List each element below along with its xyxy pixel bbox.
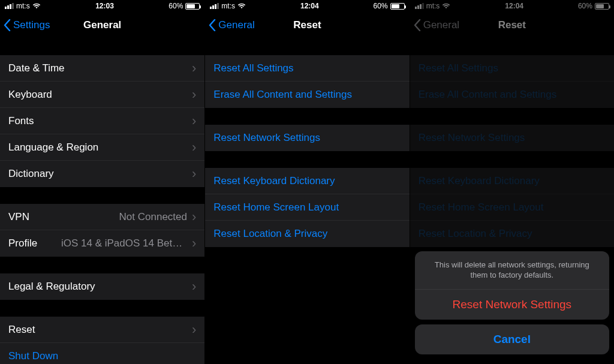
battery-icon — [390, 3, 405, 10]
chevron-right-icon: › — [192, 141, 196, 154]
row-fonts[interactable]: Fonts› — [0, 108, 204, 134]
signal-icon — [5, 3, 14, 9]
status-time: 12:03 — [95, 2, 114, 10]
row-reset[interactable]: Reset› — [0, 317, 204, 343]
row-date-time[interactable]: Date & Time› — [0, 55, 204, 82]
row-erase-all-content[interactable]: Erase All Content and Settings — [205, 82, 409, 108]
wifi-icon — [32, 3, 41, 9]
nav-bar: General Reset — [410, 12, 614, 38]
chevron-right-icon: › — [192, 237, 196, 250]
battery-icon — [595, 3, 609, 10]
chevron-right-icon: › — [192, 323, 196, 336]
row-reset-network[interactable]: Reset Network Settings — [205, 125, 409, 151]
group-vpn-profile: VPNNot Connected› ProfileiOS 14 & iPadOS… — [0, 204, 204, 257]
status-time: 12:04 — [505, 2, 523, 10]
group-reset: Reset› Shut Down — [0, 317, 204, 364]
battery-icon — [185, 3, 200, 10]
row-profile[interactable]: ProfileiOS 14 & iPadOS 14 Beta Softwar..… — [0, 230, 204, 257]
row-reset-location-privacy: Reset Location & Privacy — [410, 221, 614, 247]
wifi-icon — [442, 3, 450, 9]
action-sheet-cancel-group: Cancel — [415, 324, 609, 354]
row-reset-keyboard-dictionary[interactable]: Reset Keyboard Dictionary — [205, 168, 409, 194]
row-erase-all-content: Erase All Content and Settings — [410, 82, 614, 108]
row-keyboard[interactable]: Keyboard› — [0, 82, 204, 108]
row-reset-all-settings: Reset All Settings — [410, 55, 614, 82]
chevron-right-icon: › — [192, 88, 196, 101]
wifi-icon — [237, 3, 246, 9]
back-label: General — [218, 19, 254, 31]
row-language-region[interactable]: Language & Region› — [0, 134, 204, 161]
chevron-right-icon: › — [192, 115, 196, 128]
row-reset-location-privacy[interactable]: Reset Location & Privacy — [205, 221, 409, 247]
row-vpn[interactable]: VPNNot Connected› — [0, 204, 204, 230]
carrier-label: mt:s — [426, 2, 440, 10]
row-reset-home-layout: Reset Home Screen Layout — [410, 194, 614, 221]
reset-group-a: Reset All Settings Erase All Content and… — [410, 55, 614, 108]
reset-group-b: Reset Network Settings — [205, 125, 409, 151]
row-dictionary[interactable]: Dictionary› — [0, 161, 204, 187]
chevron-left-icon — [209, 19, 216, 31]
chevron-right-icon: › — [192, 210, 196, 224]
chevron-left-icon — [414, 19, 421, 31]
screen-reset: mt:s 12:04 60% General Reset Reset All S… — [204, 0, 409, 364]
reset-group-b: Reset Network Settings — [410, 125, 614, 151]
screen-reset-confirm: mt:s 12:04 60% General Reset Reset All S… — [410, 0, 614, 364]
reset-group-c: Reset Keyboard Dictionary Reset Home Scr… — [205, 168, 409, 247]
nav-bar: General Reset — [205, 12, 409, 38]
chevron-right-icon: › — [192, 62, 196, 75]
screen-general: mt:s 12:03 60% Settings General Date & T… — [0, 0, 204, 364]
confirm-reset-network-button[interactable]: Reset Network Settings — [415, 290, 609, 320]
row-reset-network: Reset Network Settings — [410, 125, 614, 151]
battery-pct: 60% — [168, 2, 183, 10]
back-button[interactable]: Settings — [0, 19, 50, 31]
row-reset-home-layout[interactable]: Reset Home Screen Layout — [205, 194, 409, 221]
signal-icon — [415, 3, 424, 9]
nav-bar: Settings General — [0, 12, 204, 38]
chevron-right-icon: › — [192, 167, 196, 181]
battery-pct: 60% — [374, 2, 388, 10]
row-reset-all-settings[interactable]: Reset All Settings — [205, 55, 409, 82]
carrier-label: mt:s — [221, 2, 235, 10]
back-label: Settings — [13, 19, 50, 31]
status-bar: mt:s 12:04 60% — [410, 0, 614, 12]
status-bar: mt:s 12:04 60% — [205, 0, 409, 12]
action-sheet-main: This will delete all network settings, r… — [415, 251, 609, 320]
reset-group-a: Reset All Settings Erase All Content and… — [205, 55, 409, 108]
back-label: General — [423, 19, 459, 31]
group-legal: Legal & Regulatory› — [0, 273, 204, 300]
chevron-right-icon: › — [192, 280, 196, 293]
battery-pct: 60% — [578, 2, 592, 10]
carrier-label: mt:s — [16, 2, 30, 10]
row-shut-down[interactable]: Shut Down — [0, 343, 204, 364]
group-preferences: Date & Time› Keyboard› Fonts› Language &… — [0, 55, 204, 187]
status-time: 12:04 — [300, 2, 319, 10]
row-reset-keyboard-dictionary: Reset Keyboard Dictionary — [410, 168, 614, 194]
back-button[interactable]: General — [205, 19, 254, 31]
back-button: General — [410, 19, 459, 31]
signal-icon — [210, 3, 219, 9]
action-sheet-message: This will delete all network settings, r… — [415, 251, 609, 290]
status-bar: mt:s 12:03 60% — [0, 0, 204, 12]
chevron-left-icon — [4, 19, 11, 31]
cancel-button[interactable]: Cancel — [415, 324, 609, 354]
action-sheet: This will delete all network settings, r… — [415, 251, 609, 359]
row-legal[interactable]: Legal & Regulatory› — [0, 273, 204, 300]
reset-group-c: Reset Keyboard Dictionary Reset Home Scr… — [410, 168, 614, 247]
